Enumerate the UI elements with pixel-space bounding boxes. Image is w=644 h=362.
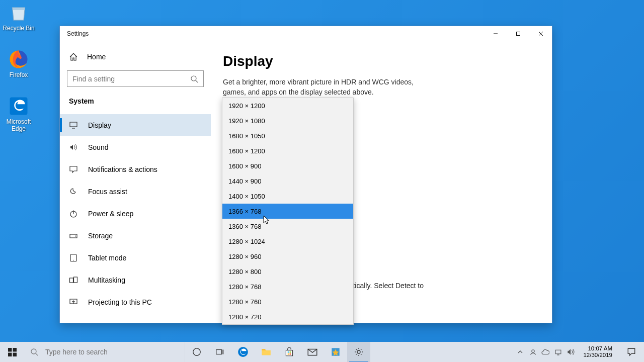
section-label: System	[60, 97, 211, 114]
home-label: Home	[87, 53, 106, 61]
page-description: Get a brighter, more vibrant picture in …	[223, 77, 429, 97]
svg-rect-3	[516, 32, 520, 36]
nav-item-tablet[interactable]: Tablet mode	[60, 247, 211, 269]
svg-rect-31	[288, 353, 289, 355]
tray-network-icon[interactable]	[554, 348, 562, 356]
titlebar[interactable]: Settings	[60, 26, 552, 41]
home-button[interactable]: Home	[60, 41, 211, 70]
resolution-option[interactable]: 1280 × 800	[222, 264, 353, 279]
resolution-option[interactable]: 1680 × 1050	[222, 128, 353, 143]
svg-rect-37	[555, 350, 561, 354]
resolution-option[interactable]: 1440 × 900	[222, 173, 353, 189]
sound-icon	[69, 143, 78, 152]
desktop-icon-label: Microsoft Edge	[0, 118, 37, 132]
taskbar-mail[interactable]	[301, 342, 324, 362]
tray-people-icon[interactable]	[529, 348, 537, 356]
nav-item-label: Notifications & actions	[88, 165, 157, 173]
storage-icon	[69, 231, 78, 240]
nav-item-label: Sound	[88, 143, 108, 151]
tray-volume-icon[interactable]	[567, 348, 575, 356]
resolution-option[interactable]: 1920 × 1080	[222, 113, 353, 128]
nav-item-focus[interactable]: Focus assist	[60, 180, 211, 203]
svg-rect-29	[288, 351, 289, 353]
svg-point-35	[357, 350, 360, 353]
resolution-option[interactable]: 1280 × 960	[222, 249, 353, 264]
resolution-option[interactable]: 1280 × 768	[222, 279, 353, 294]
svg-rect-1	[10, 98, 28, 115]
nav-item-label: Display	[88, 121, 111, 129]
task-view-button[interactable]	[208, 342, 231, 362]
nav-item-label: Power & sleep	[88, 210, 133, 218]
resolution-option[interactable]: 1366 × 768	[222, 204, 353, 219]
firefox-icon	[8, 49, 29, 70]
nav-item-multitask[interactable]: Multitasking	[60, 269, 211, 291]
resolution-option[interactable]: 1280 × 1024	[222, 234, 353, 249]
desktop-icon-firefox[interactable]: Firefox	[0, 49, 37, 78]
resolution-option[interactable]: 1600 × 900	[222, 158, 353, 173]
settings-search-input[interactable]	[72, 75, 190, 83]
desktop-icon-label: Recycle Bin	[0, 25, 37, 32]
resolution-option[interactable]: 1920 × 1200	[222, 98, 353, 113]
focus-icon	[69, 187, 78, 196]
nav-list: DisplaySoundNotifications & actionsFocus…	[60, 114, 211, 323]
nav-item-label: Storage	[88, 232, 113, 240]
close-button[interactable]	[529, 26, 552, 41]
desktop: Recycle Bin Firefox Microsoft Edge Setti…	[0, 0, 644, 362]
window-title: Settings	[67, 30, 89, 37]
taskbar-store[interactable]	[278, 342, 301, 362]
tray-chevron-up-icon[interactable]	[516, 348, 524, 356]
nav-item-projecting[interactable]: Projecting to this PC	[60, 291, 211, 313]
truncated-text: matically. Select Detect to	[343, 282, 424, 290]
svg-rect-27	[222, 350, 223, 354]
svg-point-13	[75, 236, 76, 237]
settings-search[interactable]	[67, 70, 204, 87]
nav-item-power[interactable]: Power & sleep	[60, 203, 211, 225]
tray-onedrive-icon[interactable]	[541, 348, 549, 356]
page-heading: Display	[223, 53, 540, 69]
taskbar-app[interactable]	[324, 342, 347, 362]
resolution-dropdown[interactable]: 1920 × 12001920 × 10801680 × 10501600 × …	[222, 98, 354, 325]
nav-item-label: Multitasking	[88, 276, 125, 284]
systray: 10:07 AM 12/30/2019	[514, 342, 644, 362]
taskbar-clock[interactable]: 10:07 AM 12/30/2019	[579, 345, 616, 358]
nav-item-label: Projecting to this PC	[88, 298, 152, 306]
svg-rect-22	[13, 352, 16, 356]
cortana-button[interactable]	[185, 342, 208, 362]
taskbar: 10:07 AM 12/30/2019	[0, 342, 644, 362]
resolution-option[interactable]: 1360 × 768	[222, 219, 353, 234]
taskbar-file-explorer[interactable]	[255, 342, 278, 362]
nav-item-display[interactable]: Display	[60, 114, 211, 136]
nav-item-storage[interactable]: Storage	[60, 225, 211, 247]
resolution-option[interactable]: 1400 × 1050	[222, 189, 353, 204]
taskbar-date: 12/30/2019	[583, 352, 612, 358]
svg-rect-19	[8, 348, 12, 351]
taskbar-search[interactable]	[24, 342, 185, 362]
search-icon	[190, 75, 198, 83]
sidebar: Home System DisplaySoundNotifications & …	[60, 41, 211, 323]
resolution-option[interactable]: 644 × 362	[222, 309, 353, 324]
svg-point-23	[31, 349, 36, 354]
resolution-option[interactable]: 1600 × 1200	[222, 143, 353, 158]
start-button[interactable]	[0, 342, 24, 362]
svg-line-24	[36, 353, 38, 355]
nav-item-label: Tablet mode	[88, 254, 126, 262]
svg-rect-8	[70, 122, 77, 127]
display-icon	[69, 121, 78, 130]
nav-item-notifications[interactable]: Notifications & actions	[60, 158, 211, 180]
action-center-button[interactable]	[621, 347, 642, 356]
svg-point-36	[532, 349, 534, 352]
desktop-icon-edge[interactable]: Microsoft Edge	[0, 96, 37, 132]
power-icon	[69, 209, 78, 218]
taskbar-settings[interactable]	[347, 342, 370, 362]
minimize-button[interactable]	[484, 26, 507, 41]
nav-item-label: Focus assist	[88, 188, 127, 196]
taskbar-edge[interactable]	[231, 342, 255, 362]
taskbar-search-input[interactable]	[45, 348, 176, 356]
resolution-option[interactable]: 1280 × 760	[222, 294, 353, 309]
maximize-button[interactable]	[507, 26, 529, 41]
svg-rect-21	[8, 352, 12, 356]
desktop-icon-recycle-bin[interactable]: Recycle Bin	[0, 2, 37, 32]
svg-point-6	[191, 76, 196, 81]
nav-item-sound[interactable]: Sound	[60, 136, 211, 158]
svg-point-28	[238, 347, 248, 357]
